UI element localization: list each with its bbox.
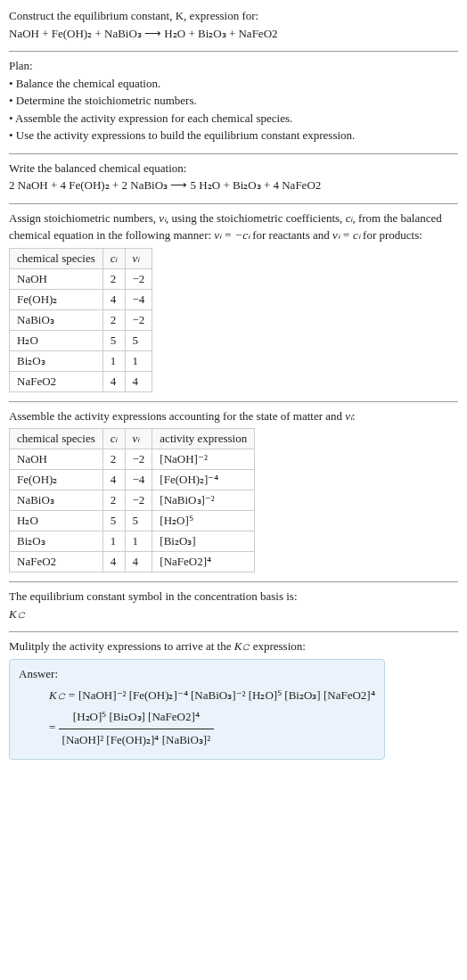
cell: Fe(OH)₂ [10, 289, 103, 309]
table-row: Fe(OH)₂4−4[Fe(OH)₂]⁻⁴ [10, 470, 255, 490]
stoich-text: Assign stoichiometric numbers, [9, 211, 159, 225]
plan-item: • Use the activity expressions to build … [9, 127, 458, 144]
cell: [Fe(OH)₂]⁻⁴ [152, 470, 255, 490]
col-activity: activity expression [152, 429, 255, 449]
table-row: NaBiO₃2−2[NaBiO₃]⁻² [10, 490, 255, 511]
stoich-rule-p: νᵢ = cᵢ [332, 228, 360, 242]
cell: 4 [102, 371, 125, 391]
cell: NaBiO₃ [10, 309, 103, 330]
cell: [NaFeO2]⁴ [152, 552, 255, 572]
cell: −4 [125, 470, 152, 490]
cell: 4 [125, 552, 152, 572]
table-row: NaFeO244[NaFeO2]⁴ [10, 552, 255, 572]
cell: −2 [125, 268, 152, 289]
answer-box: Answer: K𝚌 = [NaOH]⁻² [Fe(OH)₂]⁻⁴ [NaBiO… [9, 659, 385, 760]
cell: −4 [125, 289, 152, 309]
cell: [NaBiO₃]⁻² [152, 490, 255, 511]
cell: −2 [125, 449, 152, 470]
cell: H₂O [10, 511, 103, 531]
balanced-section: Write the balanced chemical equation: 2 … [9, 153, 458, 203]
activity-section: Assemble the activity expressions accoun… [9, 401, 458, 582]
kc-symbol-section: The equilibrium constant symbol in the c… [9, 581, 458, 631]
intro-equation: NaOH + Fe(OH)₂ + NaBiO₃ ⟶ H₂O + Bi₂O₃ + … [9, 25, 458, 43]
cell: 1 [102, 350, 125, 371]
cell: Bi₂O₃ [10, 531, 103, 552]
cell: [Bi₂O₃] [152, 531, 255, 552]
kc-denominator: [NaOH]² [Fe(OH)₂]⁴ [NaBiO₃]² [59, 729, 214, 752]
cell: NaFeO2 [10, 552, 103, 572]
final-section: Mulitply the activity expressions to arr… [9, 631, 458, 769]
stoich-nu: νᵢ [159, 211, 166, 225]
activity-table: chemical species cᵢ νᵢ activity expressi… [9, 428, 255, 572]
table-row: NaOH2−2 [10, 268, 152, 289]
kc-symbol-text: The equilibrium constant symbol in the c… [9, 588, 458, 605]
plan-item: • Determine the stoichiometric numbers. [9, 92, 458, 110]
cell: 2 [102, 309, 125, 330]
final-kc: K𝚌 [234, 639, 250, 653]
balanced-heading: Write the balanced chemical equation: [9, 160, 458, 177]
table-row: NaFeO244 [10, 371, 152, 391]
table-row: NaOH2−2[NaOH]⁻² [10, 449, 255, 470]
final-text: Mulitply the activity expressions to arr… [9, 639, 234, 653]
cell: 4 [102, 289, 125, 309]
cell: 4 [125, 371, 152, 391]
intro-section: Construct the equilibrium constant, K, e… [9, 7, 458, 51]
table-row: Fe(OH)₂4−4 [10, 289, 152, 309]
cell: 1 [125, 531, 152, 552]
cell: NaFeO2 [10, 371, 103, 391]
cell: 5 [125, 511, 152, 531]
kc-lhs: K𝚌 = [49, 688, 78, 702]
col-ci: cᵢ [102, 248, 125, 268]
activity-text: Assemble the activity expressions accoun… [9, 409, 345, 423]
col-nu: νᵢ [125, 248, 152, 268]
cell: 2 [102, 490, 125, 511]
col-species: chemical species [10, 429, 103, 449]
table-row: NaBiO₃2−2 [10, 309, 152, 330]
cell: 2 [102, 268, 125, 289]
activity-text: : [352, 409, 356, 423]
cell: 5 [102, 330, 125, 350]
cell: NaOH [10, 268, 103, 289]
table-row: H₂O55[H₂O]⁵ [10, 511, 255, 531]
table-row: Bi₂O₃11[Bi₂O₃] [10, 531, 255, 552]
cell: 2 [102, 449, 125, 470]
final-intro: Mulitply the activity expressions to arr… [9, 638, 458, 655]
cell: 4 [102, 470, 125, 490]
table-row: Bi₂O₃11 [10, 350, 152, 371]
stoich-rule-r: νᵢ = −cᵢ [214, 228, 250, 242]
col-nu: νᵢ [125, 429, 152, 449]
cell: [H₂O]⁵ [152, 511, 255, 531]
cell: NaBiO₃ [10, 490, 103, 511]
table-header-row: chemical species cᵢ νᵢ activity expressi… [10, 429, 255, 449]
cell: H₂O [10, 330, 103, 350]
cell: −2 [125, 490, 152, 511]
cell: 1 [125, 350, 152, 371]
cell: Fe(OH)₂ [10, 470, 103, 490]
stoich-section: Assign stoichiometric numbers, νᵢ, using… [9, 203, 458, 401]
table-row: H₂O55 [10, 330, 152, 350]
intro-title: Construct the equilibrium constant, K, e… [9, 7, 458, 25]
answer-label: Answer: [19, 667, 375, 681]
cell: 1 [102, 531, 125, 552]
stoich-table: chemical species cᵢ νᵢ NaOH2−2 Fe(OH)₂4−… [9, 248, 152, 392]
cell: Bi₂O₃ [10, 350, 103, 371]
kc-numerator: [H₂O]⁵ [Bi₂O₃] [NaFeO2]⁴ [59, 706, 214, 729]
cell: −2 [125, 309, 152, 330]
activity-nu: νᵢ [345, 409, 352, 423]
kc-symbol: K𝚌 [9, 605, 458, 623]
kc-fraction: [H₂O]⁵ [Bi₂O₃] [NaFeO2]⁴ [NaOH]² [Fe(OH)… [59, 706, 214, 751]
balanced-equation: 2 NaOH + 4 Fe(OH)₂ + 2 NaBiO₃ ⟶ 5 H₂O + … [9, 177, 458, 194]
kc-eq: = [49, 721, 59, 734]
cell: 4 [102, 552, 125, 572]
stoich-intro: Assign stoichiometric numbers, νᵢ, using… [9, 210, 458, 244]
plan-heading: Plan: [9, 57, 458, 75]
stoich-text: , using the stoichiometric coefficients, [166, 211, 346, 225]
stoich-text: for products: [360, 228, 422, 242]
col-species: chemical species [10, 248, 103, 268]
cell: 5 [102, 511, 125, 531]
col-ci: cᵢ [102, 429, 125, 449]
final-text: expression: [250, 639, 305, 653]
plan-item: • Balance the chemical equation. [9, 75, 458, 93]
cell: NaOH [10, 449, 103, 470]
cell: [NaOH]⁻² [152, 449, 255, 470]
